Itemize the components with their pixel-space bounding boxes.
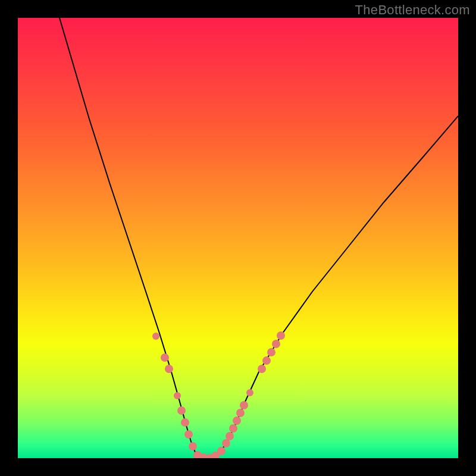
data-point <box>233 416 241 425</box>
plot-area <box>18 18 458 458</box>
data-point <box>246 389 253 396</box>
data-point <box>240 401 248 409</box>
data-point <box>236 409 245 417</box>
data-point <box>184 430 193 439</box>
data-point <box>226 432 234 440</box>
data-point <box>222 439 230 447</box>
data-point <box>258 365 266 373</box>
data-point <box>177 406 186 415</box>
curve-left <box>60 18 207 458</box>
data-point <box>229 424 237 433</box>
data-point <box>181 418 189 427</box>
data-point <box>161 353 169 362</box>
data-point <box>277 331 285 340</box>
data-markers <box>152 331 285 458</box>
data-point <box>262 356 271 365</box>
watermark-text: TheBottleneck.com <box>355 2 470 18</box>
chart-svg <box>18 18 458 458</box>
data-point <box>217 447 226 455</box>
chart-frame: TheBottleneck.com <box>0 0 476 476</box>
data-point <box>174 392 181 399</box>
data-point <box>272 340 280 348</box>
data-point <box>165 365 173 373</box>
data-point <box>267 348 275 356</box>
data-point <box>189 442 197 450</box>
data-point <box>152 333 159 340</box>
